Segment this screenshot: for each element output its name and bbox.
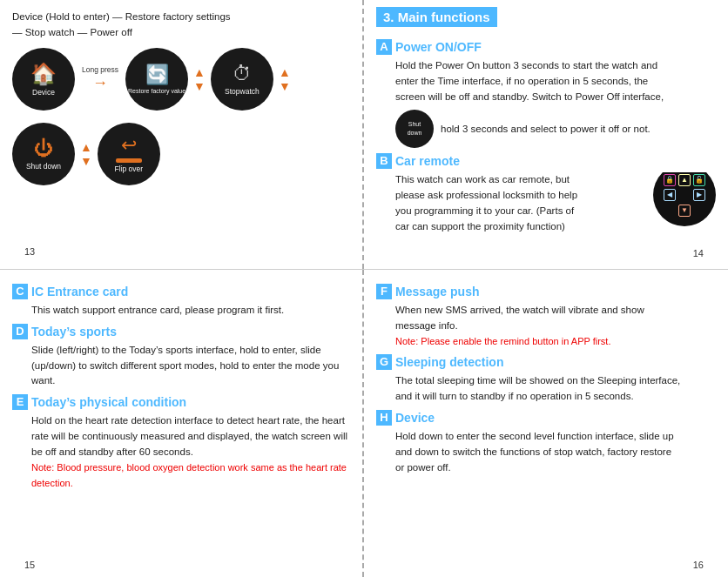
car-unlock-btn: 🔓 xyxy=(693,174,705,186)
up-arrow-icon: ▲ xyxy=(193,66,206,78)
section-h-body: Hold down to enter the second level func… xyxy=(395,429,716,475)
section-f-title-row: F Message push xyxy=(376,284,716,299)
section-g-title-row: G Sleeping detection xyxy=(376,354,716,370)
section-g-body: The total sleeping time will be showed o… xyxy=(395,373,716,405)
down-arrow-icon-2: ▼ xyxy=(279,80,291,92)
arrow-right-icon: → xyxy=(92,74,108,92)
section-b-title: Car remote xyxy=(395,154,460,168)
power-row: Shut down hold 3 seconds and select to p… xyxy=(395,110,716,148)
car-left-btn: ◀ xyxy=(664,189,676,201)
car-center xyxy=(678,189,691,201)
section-e-body: Hold on the heart rate detection interfa… xyxy=(31,413,350,491)
car-arrows: 🔒 ▲ 🔓 ◀ ▶ ▼ xyxy=(663,173,706,217)
flip-watch-inner: ↩ xyxy=(116,134,142,163)
section-header: 3. Main functions xyxy=(376,7,497,27)
restore-icon: 🔄 xyxy=(145,64,169,86)
car-up-btn: ▲ xyxy=(678,174,691,186)
updown-arrows-1: ▲ ▼ xyxy=(193,66,206,92)
section-e-title: Today’s physical condition xyxy=(31,395,186,409)
top-half: Device (Hold to enter) — Restore factory… xyxy=(0,0,728,270)
car-lock-btn: 🔒 xyxy=(664,174,676,186)
breadcrumb: Device (Hold to enter) — Restore factory… xyxy=(12,9,350,41)
section-e-label: E xyxy=(12,394,28,410)
page-num-13: 13 xyxy=(24,246,35,257)
updown-arrows-3: ▲ ▼ xyxy=(80,141,92,167)
long-press-label: Long press xyxy=(82,65,118,74)
section-h-title-row: H Device xyxy=(376,410,716,426)
timer-icon: ⏱ xyxy=(233,63,252,85)
section-e-note: Note: Blood pressure, blood oxygen detec… xyxy=(31,462,347,488)
page-num-15: 15 xyxy=(24,560,35,570)
section-b-label: B xyxy=(376,153,392,169)
car-remote-watch: 🔒 ▲ 🔓 ◀ ▶ ▼ xyxy=(653,172,716,226)
section-c-title-row: C IC Entrance card xyxy=(12,284,350,299)
top-left-panel: Device (Hold to enter) — Restore factory… xyxy=(0,0,364,269)
stopwatch-watch: ⏱ Stopwatch xyxy=(211,48,273,111)
bottom-left-panel: C IC Entrance card This watch support en… xyxy=(0,270,364,577)
section-g-title: Sleeping detection xyxy=(395,355,503,369)
section-d-title: Today’s sports xyxy=(31,325,117,339)
up-arrow-icon-2: ▲ xyxy=(279,66,291,78)
section-f-note: Note: Please enable the remind button in… xyxy=(395,336,610,346)
page-num-14: 14 xyxy=(693,248,704,258)
section-a-label: A xyxy=(376,39,392,55)
flip-bar xyxy=(116,158,142,163)
down-arrow-icon: ▼ xyxy=(193,80,206,92)
top-right-panel: 3. Main functions A Power ON/OFF Hold th… xyxy=(364,0,728,269)
section-b-title-row: B Car remote xyxy=(376,153,716,169)
shutdown-watch-label1: Shut xyxy=(408,120,421,130)
shutdown-watch-small: Shut down xyxy=(395,110,434,148)
flip-icon: ↩ xyxy=(121,134,137,157)
section-a-title-row: A Power ON/OFF xyxy=(376,39,716,55)
section-a-body: Hold the Power On button 3 seconds to st… xyxy=(395,58,716,148)
section-a-title: Power ON/OFF xyxy=(395,40,482,54)
page-wrapper: Device (Hold to enter) — Restore factory… xyxy=(0,0,728,577)
section-b-body: 🔒 ▲ 🔓 ◀ ▶ ▼ This watch can work as car r… xyxy=(395,172,716,234)
section-d-label: D xyxy=(12,324,28,339)
section-g-label: G xyxy=(376,354,392,370)
section-c-body: This watch support entrance card, please… xyxy=(31,303,350,319)
car-down-btn: ▼ xyxy=(678,205,691,217)
up-arrow-icon-3: ▲ xyxy=(80,141,92,153)
section-d-body: Slide (left/right) to the Today’s sports… xyxy=(31,343,350,389)
power-icon: ⏻ xyxy=(34,138,53,160)
section-c-label: C xyxy=(12,284,28,299)
section-f-title: Message push xyxy=(395,285,479,299)
updown-arrows-2: ▲ ▼ xyxy=(279,66,291,92)
section-h-label: H xyxy=(376,410,392,426)
house-icon: 🏠 xyxy=(30,62,57,86)
section-f-body: When new SMS arrived, the watch will vib… xyxy=(395,303,716,349)
down-arrow-icon-3: ▼ xyxy=(80,155,92,167)
car-right-btn: ▶ xyxy=(693,189,705,201)
shutdown-watch-label2: down xyxy=(408,129,422,138)
restore-watch: 🔄 Restore factory value xyxy=(125,48,188,111)
bottom-half: C IC Entrance card This watch support en… xyxy=(0,270,728,577)
device-watch: 🏠 Device xyxy=(12,48,75,111)
flipover-watch: ↩ Flip over xyxy=(98,123,160,185)
watch-row-2: ⏻ Shut down ▲ ▼ ↩ Flip over xyxy=(12,123,350,185)
watch-row-1: 🏠 Device Long press → 🔄 Restore factory … xyxy=(12,48,350,111)
shutdown-watch: ⏻ Shut down xyxy=(12,123,75,185)
section-f-label: F xyxy=(376,284,392,299)
section-c-title: IC Entrance card xyxy=(31,285,128,299)
page-num-16: 16 xyxy=(693,560,704,570)
section-d-title-row: D Today’s sports xyxy=(12,324,350,339)
bottom-right-panel: F Message push When new SMS arrived, the… xyxy=(364,270,728,577)
section-e-title-row: E Today’s physical condition xyxy=(12,394,350,410)
section-h-title: Device xyxy=(395,411,435,425)
